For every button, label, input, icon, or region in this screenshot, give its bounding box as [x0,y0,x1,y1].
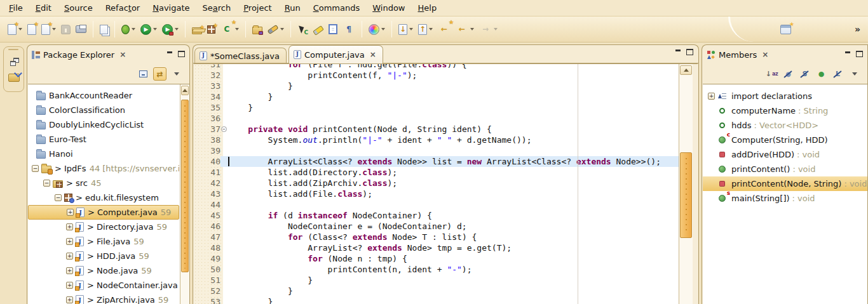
print-button[interactable] [74,20,88,38]
member-item[interactable]: printContent(): void [703,162,867,176]
dropdown-chevron-icon[interactable] [18,28,22,30]
new-wizard-button[interactable]: ★ [6,20,24,38]
open-resource-button[interactable] [98,20,110,38]
menu-help[interactable]: Help [412,1,444,15]
tree-item[interactable]: +> HDD.java59 [28,249,179,263]
new-view-button[interactable]: ★ [39,20,58,38]
next-annotation-button[interactable]: ↓ [397,20,415,38]
open-type-button[interactable] [250,20,264,38]
dropdown-chevron-icon[interactable] [470,28,474,30]
expander-icon[interactable]: − [55,194,62,201]
prev-annotation-button[interactable]: ↑ [416,20,435,38]
expander-icon[interactable]: − [32,165,39,172]
expander-icon[interactable]: + [708,93,715,100]
dropdown-chevron-icon[interactable] [235,28,239,30]
tree-item[interactable]: −> IpdFs44 [https://svnserver.i [28,161,179,176]
close-icon[interactable]: × [762,50,768,59]
last-edit-location-button[interactable] [295,20,309,38]
scrollbar-thumb[interactable] [680,152,692,238]
new-java-project-button[interactable]: ★ [190,20,204,38]
close-icon[interactable]: × [370,50,376,59]
tree-item[interactable]: +> ZipArchiv.java59 [28,293,179,304]
menu-run[interactable]: Run [278,1,307,15]
tree-item[interactable]: DoublyLinkedCyclicList [28,117,179,132]
last-edit-button[interactable]: ←★ [436,20,452,38]
debug-button[interactable] [119,20,137,38]
tree-item[interactable]: −> edu.kit.filesystem [28,190,179,205]
maximize-icon[interactable] [856,51,863,57]
minimize-icon[interactable] [166,51,173,57]
hide-static-members-button[interactable] [798,67,811,81]
member-item[interactable]: addDrive(HDD): void [703,147,867,162]
expander-icon[interactable]: + [66,253,73,260]
expander-icon[interactable]: + [67,209,74,216]
tree-item[interactable]: +> Node.java59 [28,263,179,278]
menu-file[interactable]: File [3,1,29,15]
vertical-scrollbar[interactable] [679,64,693,304]
show-whitespace-button[interactable]: ¶ [341,20,357,38]
maximize-icon[interactable] [686,49,693,55]
tree-item[interactable]: +> NodeContainer.java59 [28,278,179,293]
dropdown-chevron-icon[interactable] [280,28,284,30]
tree-item[interactable]: +> Computer.java59 [28,205,179,220]
dropdown-chevron-icon[interactable] [494,28,498,30]
member-item[interactable]: computerName: String [703,103,867,118]
tree-item[interactable]: Euro-Test [28,132,179,147]
show-public-button[interactable] [815,67,828,81]
run-button[interactable]: ▶ [139,20,159,38]
sort-button[interactable] [765,67,778,81]
close-icon[interactable]: × [119,50,126,59]
menu-source[interactable]: Source [58,1,99,15]
menu-commands[interactable]: Commands [307,1,367,15]
search-button[interactable] [266,20,286,38]
back-button[interactable]: ← [454,20,476,38]
member-item[interactable]: smain(String[]): void [703,191,867,206]
expander-icon[interactable]: − [43,180,50,187]
scroll-up-arrow[interactable] [680,65,692,75]
menu-refactor[interactable]: Refactor [99,1,147,15]
run-external-button[interactable]: ▶ [160,20,180,38]
maximize-icon[interactable] [178,51,185,57]
scroll-up-arrow[interactable] [181,86,189,95]
package-explorer-tab[interactable]: Package Explorer × [32,50,126,60]
drag-handle[interactable] [8,49,18,50]
tree-item[interactable]: +> Directory.java59 [28,220,179,234]
perspective-overflow-chevron[interactable]: » [855,24,860,34]
menu-search[interactable]: Search [196,1,238,15]
dropdown-chevron-icon[interactable] [175,28,179,30]
members-tab[interactable]: Members × [707,50,768,60]
member-item[interactable]: cComputer(String, HDD) [703,133,867,147]
dropdown-chevron-icon[interactable] [381,28,385,30]
dropdown-chevron-icon[interactable] [132,28,135,30]
view-menu-button[interactable] [170,67,183,81]
member-item[interactable]: hdds: Vector<HDD> [703,118,867,133]
expander-icon[interactable]: + [66,223,73,230]
scrollbar-thumb[interactable] [181,100,189,272]
hide-local-types-button[interactable] [831,67,844,81]
expander-icon[interactable]: + [66,238,73,245]
editor-tab[interactable]: *SomeClass.java [194,48,287,63]
dropdown-chevron-icon[interactable] [52,28,56,30]
collapse-all-button[interactable] [137,67,150,81]
color-palette-button[interactable] [367,20,387,38]
checkout-folder-icon[interactable] [8,74,20,82]
link-with-editor-button[interactable] [153,67,166,81]
new-class-button[interactable]: C★ [219,20,241,38]
expander-icon[interactable]: + [66,267,73,274]
dropdown-chevron-icon[interactable] [153,28,157,30]
show-source-button[interactable] [327,20,339,38]
highlighter-button[interactable] [311,20,325,38]
dropdown-chevron-icon[interactable] [409,28,413,30]
tree-item[interactable]: Hanoi [28,147,179,161]
member-item[interactable]: printContent(Node, String): void [703,176,867,191]
open-perspective-button[interactable] [778,20,793,38]
tree-item[interactable]: BankAccountReader [28,88,179,103]
minimize-icon[interactable] [844,51,851,57]
vertical-scrollbar[interactable] [180,84,189,304]
code-editor[interactable]: 31 for (File f : hdd.get(File.class)) {3… [194,63,698,304]
tree-item[interactable]: +> File.java59 [28,234,179,249]
menu-navigate[interactable]: Navigate [146,1,196,15]
hide-fields-button[interactable] [782,67,795,81]
new-package-button[interactable]: ★ [205,20,217,38]
editor-tab[interactable]: Computer.java× [288,45,383,63]
